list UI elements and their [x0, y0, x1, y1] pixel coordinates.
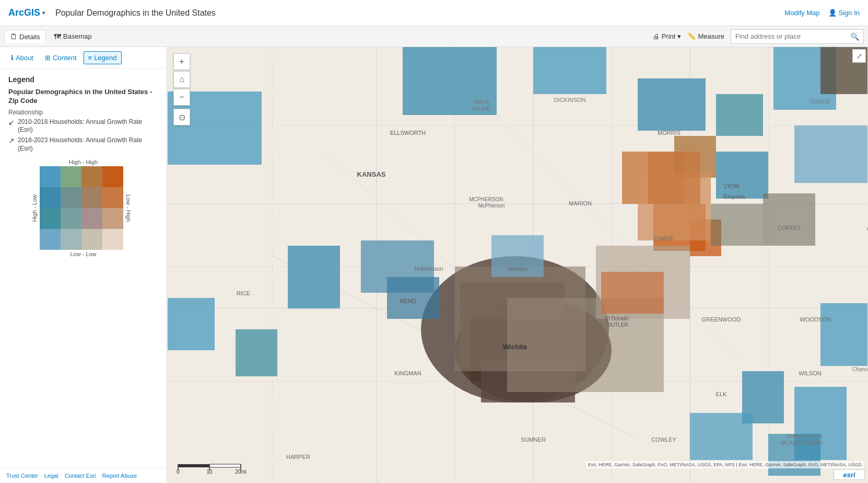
- content-label: Content: [53, 54, 77, 62]
- svg-rect-24: [168, 298, 215, 350]
- bivariate-grid: [40, 166, 123, 250]
- svg-rect-25: [288, 246, 340, 308]
- topbar-right: Modify Map 👤 Sign In: [784, 9, 860, 17]
- bv-cell-2-4: [61, 166, 81, 187]
- svg-text:Salina: Salina: [473, 98, 489, 105]
- arcgis-wordmark: ArcGIS: [8, 7, 40, 18]
- svg-text:LYON: LYON: [724, 183, 739, 189]
- bv-cell-1-1: [40, 229, 61, 250]
- about-icon: ℹ: [11, 54, 14, 62]
- sidebar-footer: Trust Center Legal Contact Esri Report A…: [0, 468, 167, 483]
- sign-in-label: Sign In: [839, 9, 860, 17]
- svg-text:SUMNER: SUMNER: [521, 436, 546, 443]
- bv-cell-3-1: [81, 229, 102, 250]
- svg-rect-20: [716, 94, 763, 136]
- svg-rect-52: [601, 272, 664, 314]
- svg-text:Chanute: Chanute: [852, 366, 868, 372]
- svg-text:RENO: RENO: [400, 298, 416, 304]
- svg-text:CHASE: CHASE: [654, 235, 674, 242]
- map-canvas[interactable]: KANSAS ELLSWORTH MCPHERSON McPherson MAR…: [167, 47, 868, 483]
- search-input[interactable]: [731, 32, 846, 40]
- trust-center-link[interactable]: Trust Center: [6, 473, 38, 479]
- modify-map-button[interactable]: Modify Map: [784, 9, 819, 17]
- svg-rect-92: [209, 464, 241, 467]
- toolbar-right-group: 🖨 Print ▾ 📏 Measure 🔍: [653, 29, 864, 44]
- svg-rect-48: [711, 204, 763, 246]
- legend-icon: ≡: [88, 54, 92, 62]
- svg-rect-45: [648, 152, 700, 204]
- topbar-left: ArcGIS ▾ Popular Demographics in the Uni…: [8, 7, 216, 18]
- legend-content: Legend Popular Demographics in the Unite…: [0, 69, 167, 263]
- svg-rect-22: [716, 152, 768, 199]
- measure-label: Measure: [698, 32, 724, 40]
- relationship-text-2: 2018-2023 Households: Annual Growth Rate…: [18, 136, 158, 153]
- sign-in-button[interactable]: 👤 Sign In: [828, 9, 860, 17]
- contact-esri-link[interactable]: Contact Esri: [65, 473, 96, 479]
- arcgis-dropdown-caret[interactable]: ▾: [42, 10, 45, 16]
- zoom-in-button[interactable]: +: [173, 53, 190, 70]
- about-label: About: [16, 54, 33, 62]
- main-content: ℹ About ⊞ Content ≡ Legend Legend Popula…: [0, 47, 868, 483]
- legend-title: Legend: [8, 75, 158, 84]
- locate-button[interactable]: ⊙: [173, 109, 190, 125]
- measure-button[interactable]: 📏 Measure: [687, 32, 724, 40]
- sidebar-tabs: ℹ About ⊞ Content ≡ Legend: [0, 47, 167, 69]
- details-icon: 🗒: [10, 32, 17, 41]
- basemap-tab[interactable]: 🗺 Basemap: [48, 30, 98, 43]
- bv-cell-1-2: [40, 208, 61, 229]
- bv-cell-2-2: [61, 208, 81, 229]
- svg-rect-23: [794, 125, 867, 183]
- svg-text:Wichita: Wichita: [503, 343, 527, 351]
- map-maximize-button[interactable]: ⤢: [852, 49, 866, 63]
- svg-text:MORRIS: MORRIS: [658, 130, 681, 136]
- relationship-label: Relationship: [8, 109, 158, 116]
- details-label: Details: [19, 33, 40, 41]
- search-icon: 🔍: [850, 32, 859, 41]
- basemap-label: Basemap: [63, 32, 92, 40]
- svg-rect-18: [533, 47, 606, 94]
- print-button[interactable]: 🖨 Print ▾: [653, 32, 682, 40]
- svg-text:Independence: Independence: [787, 433, 823, 439]
- svg-text:McPherson: McPherson: [478, 203, 505, 209]
- bv-cell-1-3: [40, 187, 61, 208]
- legal-link[interactable]: Legal: [44, 473, 58, 479]
- bv-cell-4-4: [102, 166, 123, 187]
- content-tab[interactable]: ⊞ Content: [40, 51, 81, 64]
- home-button[interactable]: ⌂: [173, 71, 190, 88]
- search-button[interactable]: 🔍: [846, 32, 863, 41]
- relationship-item-1: ↙ 2010-2018 Households: Annual Growth Ra…: [8, 118, 158, 134]
- svg-text:GREENWOOD: GREENWOOD: [702, 316, 741, 323]
- svg-rect-26: [236, 329, 277, 376]
- bv-cell-2-3: [61, 187, 81, 208]
- svg-text:Newton: Newton: [508, 266, 527, 272]
- svg-text:ELLSWORTH: ELLSWORTH: [390, 130, 426, 136]
- svg-text:MCPHERSON: MCPHERSON: [469, 197, 503, 202]
- legend-layer-name: Popular Demographics in the United State…: [8, 88, 158, 106]
- top-navigation-bar: ArcGIS ▾ Popular Demographics in the Uni…: [0, 0, 868, 26]
- about-tab[interactable]: ℹ About: [6, 51, 38, 64]
- svg-text:RICE: RICE: [237, 290, 250, 296]
- svg-rect-91: [178, 464, 209, 467]
- legend-tab[interactable]: ≡ Legend: [84, 51, 122, 64]
- printer-icon: 🖨: [653, 32, 660, 40]
- map-controls: + ⌂ − ⊙: [173, 53, 190, 125]
- svg-text:MONTGOMERY: MONTGOMERY: [781, 440, 824, 446]
- map-container[interactable]: KANSAS ELLSWORTH MCPHERSON McPherson MAR…: [167, 47, 868, 483]
- measure-icon: 📏: [687, 32, 696, 40]
- svg-text:KANSAS: KANSAS: [357, 170, 386, 178]
- arrow-icon-1: ↙: [8, 118, 15, 127]
- content-icon: ⊞: [45, 54, 51, 62]
- details-tab[interactable]: 🗒 Details: [4, 30, 46, 43]
- report-abuse-link[interactable]: Report Abuse: [102, 473, 137, 479]
- bv-cell-3-2: [81, 208, 102, 229]
- svg-text:HARPER: HARPER: [286, 454, 310, 460]
- bv-label-bottom: Low - Low: [31, 251, 136, 257]
- svg-text:WILSON: WILSON: [799, 370, 821, 376]
- svg-text:ELK: ELK: [716, 391, 727, 397]
- arcgis-logo[interactable]: ArcGIS ▾: [8, 7, 45, 18]
- esri-logo: esri: [834, 469, 865, 480]
- zoom-out-button[interactable]: −: [173, 89, 190, 106]
- svg-text:OSAGE: OSAGE: [810, 98, 830, 105]
- bv-cell-2-1: [61, 229, 81, 250]
- svg-text:WOODSON: WOODSON: [800, 316, 830, 323]
